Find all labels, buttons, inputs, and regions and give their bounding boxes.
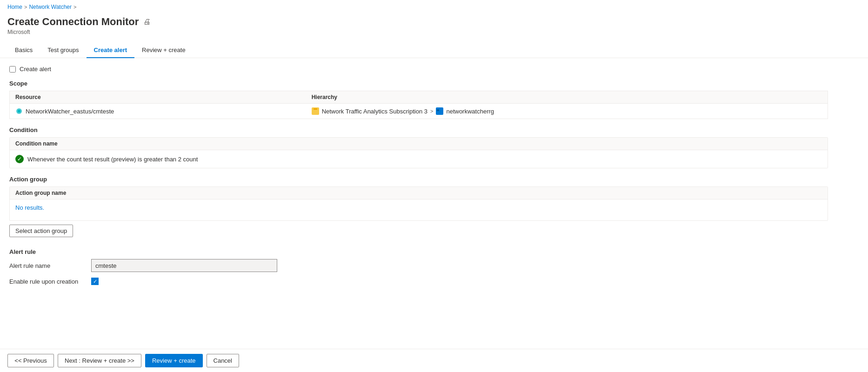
condition-label: Condition	[9, 126, 828, 133]
svg-rect-2	[313, 109, 318, 113]
resource-col-header: Resource	[10, 91, 306, 104]
action-group-box: Action group name No results.	[9, 186, 828, 221]
tab-test-groups[interactable]: Test groups	[40, 43, 86, 58]
action-group-section: Action group Action group name No result…	[9, 176, 828, 241]
hierarchy-col-header: Hierarchy	[306, 91, 828, 104]
main-content: Create alert Scope Resource Hierarchy	[0, 58, 837, 325]
resource-name: NetworkWatcher_eastus/cmteste	[26, 108, 114, 115]
enable-rule-label: Enable rule upon creation	[9, 278, 84, 285]
print-icon[interactable]: 🖨	[143, 18, 151, 26]
tab-bar: Basics Test groups Create alert Review +…	[0, 43, 868, 58]
alert-rule-label: Alert rule	[9, 248, 828, 255]
action-group-header: Action group name	[10, 187, 828, 199]
hierarchy-cell: Network Traffic Analytics Subscription 3…	[306, 104, 828, 119]
action-group-label: Action group	[9, 176, 828, 183]
create-alert-row: Create alert	[9, 66, 828, 73]
tab-basics[interactable]: Basics	[7, 43, 40, 58]
svg-rect-5	[437, 109, 439, 111]
svg-rect-3	[314, 108, 317, 110]
page-subtitle: Microsoft	[7, 29, 861, 35]
hierarchy-chevron: >	[430, 108, 433, 114]
subscription-name: Network Traffic Analytics Subscription 3	[322, 108, 427, 115]
alert-rule-section: Alert rule Alert rule name Enable rule u…	[9, 248, 828, 285]
tab-create-alert[interactable]: Create alert	[87, 43, 135, 58]
condition-content: ✓ Whenever the count test result (previe…	[10, 150, 828, 168]
alert-rule-name-label: Alert rule name	[9, 262, 84, 269]
condition-box: Condition name ✓ Whenever the count test…	[9, 137, 828, 168]
resource-cell: NetworkWatcher_eastus/cmteste	[10, 104, 306, 119]
breadcrumb-sep2: >	[73, 4, 76, 10]
resource-group-icon	[436, 107, 443, 115]
scope-row: NetworkWatcher_eastus/cmteste Network Tr…	[10, 104, 828, 119]
create-alert-label[interactable]: Create alert	[20, 66, 51, 73]
breadcrumb-home[interactable]: Home	[7, 4, 22, 10]
page-title: Create Connection Monitor	[7, 16, 139, 28]
enable-rule-row: Enable rule upon creation ✓	[9, 278, 828, 285]
page-header: Create Connection Monitor 🖨 Microsoft	[0, 14, 868, 39]
network-watcher-icon	[15, 107, 23, 115]
create-alert-checkbox[interactable]	[9, 66, 16, 73]
condition-check-icon: ✓	[15, 155, 24, 163]
breadcrumb-network-watcher[interactable]: Network Watcher	[29, 4, 72, 10]
subscription-icon	[312, 107, 319, 115]
condition-name-header: Condition name	[10, 138, 828, 150]
action-group-content: No results.	[10, 199, 828, 220]
breadcrumb: Home > Network Watcher >	[0, 0, 868, 14]
scope-label: Scope	[9, 80, 828, 87]
svg-point-1	[18, 110, 20, 113]
alert-rule-form: Alert rule name Enable rule upon creatio…	[9, 259, 828, 285]
tab-review-create[interactable]: Review + create	[134, 43, 193, 58]
no-results: No results.	[15, 204, 822, 211]
resource-group-name: networkwatcherrg	[446, 108, 494, 115]
breadcrumb-sep1: >	[24, 4, 27, 10]
scope-table: Resource Hierarchy NetworkWatcher_eastus…	[9, 91, 828, 119]
alert-rule-name-input[interactable]	[91, 259, 277, 272]
condition-section: Condition Condition name ✓ Whenever the …	[9, 126, 828, 168]
condition-text: Whenever the count test result (preview)…	[27, 156, 198, 163]
alert-rule-name-row: Alert rule name	[9, 259, 828, 272]
select-action-group-button[interactable]: Select action group	[9, 225, 73, 237]
enable-rule-checkbox[interactable]: ✓	[91, 278, 99, 285]
